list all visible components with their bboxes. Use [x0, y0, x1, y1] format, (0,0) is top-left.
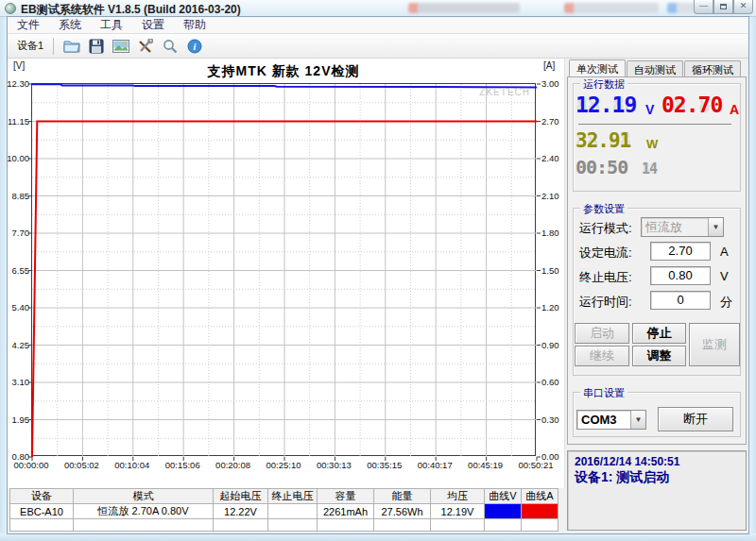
com-port-select[interactable]: COM3 ▼ — [576, 410, 646, 430]
axis-tick-label: 12.30 — [2, 78, 29, 89]
test-mode-tabs: 单次测试 自动测试 循环测试 — [569, 60, 742, 76]
current-unit: A — [730, 102, 739, 117]
chevron-down-icon: ▼ — [708, 218, 723, 236]
app-window: EB测试系统软件 V1.8.5 (Build 2016-03-20) — ✕ 文… — [0, 0, 756, 541]
cell-end-v — [268, 504, 318, 519]
col-curve-a: 曲线A — [522, 489, 558, 504]
cell-curve-v-swatch — [485, 504, 522, 519]
axis-tick-label: 1.95 — [2, 414, 29, 425]
power-display: 88.8832.91 — [576, 129, 630, 152]
axis-tick-label: 00:45:19 — [458, 460, 513, 470]
log-message: 设备1: 测试启动 — [575, 469, 739, 486]
left-axis-unit-label: [V] — [13, 60, 25, 71]
current-display: 88.8802.70 — [662, 93, 722, 117]
run-time-label: 运行时间: — [579, 294, 632, 311]
export-image-icon[interactable] — [111, 37, 131, 56]
voltage-unit: V — [645, 102, 654, 117]
run-data-divider — [578, 124, 731, 125]
serial-group-label: 串口设置 — [580, 386, 627, 400]
axis-tick-label: 00:25:10 — [256, 460, 311, 470]
run-time-unit: 分 — [720, 294, 732, 311]
elapsed-seconds-display: 8814 — [642, 161, 657, 178]
tab-auto-test[interactable]: 自动测试 — [627, 60, 683, 76]
axis-tick-label: 00:30:13 — [306, 460, 361, 470]
col-curve-v: 曲线V — [485, 489, 522, 504]
disconnect-button[interactable]: 断开 — [658, 407, 733, 431]
results-table: 设备 模式 起始电压 终止电压 容量 能量 均压 曲线V 曲线A EBC-A10… — [9, 488, 558, 532]
stop-button[interactable]: 停止 — [632, 323, 686, 344]
axis-tick-label: 5.40 — [2, 302, 29, 313]
tab-single-test[interactable]: 单次测试 — [569, 59, 626, 76]
svg-text:i: i — [194, 42, 197, 52]
zoom-icon[interactable] — [160, 37, 180, 56]
menu-file[interactable]: 文件 — [8, 16, 49, 34]
cell-mode: 恒流放 2.70A 0.80V — [74, 504, 214, 519]
cell-curve-a-swatch — [522, 504, 558, 519]
start-button[interactable]: 启动 — [575, 323, 629, 344]
axis-tick-label: 8.85 — [2, 191, 29, 201]
minimize-button[interactable]: — — [694, 0, 713, 14]
table-row[interactable]: EBC-A10 恒流放 2.70A 0.80V 12.22V 2261mAh 2… — [10, 504, 558, 519]
axis-tick-label: 7.70 — [2, 228, 29, 238]
toolbar-separator — [53, 38, 54, 55]
col-end-v: 终止电压 — [268, 489, 318, 504]
axis-tick-label: 11.15 — [2, 116, 29, 127]
background-window-tab — [408, 3, 520, 13]
axis-tick-label: 10.00 — [2, 153, 29, 163]
cell-energy: 27.56Wh — [374, 504, 431, 519]
right-axis-unit-label: [A] — [543, 60, 555, 71]
menu-system[interactable]: 系统 — [49, 16, 91, 34]
set-current-input[interactable]: 2.70 — [650, 242, 711, 261]
window-border-right — [748, 17, 756, 533]
watermark: ZKETECH — [31, 87, 530, 97]
maximize-icon — [720, 4, 727, 9]
axis-tick-label: 00:20:08 — [206, 460, 261, 470]
chart-canvas — [32, 84, 537, 457]
axis-tick-label: 00:15:06 — [155, 460, 210, 470]
info-icon[interactable]: i — [184, 37, 205, 56]
adjust-button[interactable]: 调整 — [632, 346, 686, 366]
axis-tick-label: 6.55 — [2, 265, 29, 276]
title-bar: EB测试系统软件 V1.8.5 (Build 2016-03-20) — ✕ — [0, 0, 756, 17]
maximize-button[interactable] — [713, 0, 733, 14]
col-mode: 模式 — [74, 489, 214, 504]
save-icon[interactable] — [86, 37, 107, 56]
elapsed-time-display: 88:8800:50 — [576, 156, 627, 178]
col-avg-v: 均压 — [431, 489, 485, 504]
table-empty-row — [10, 519, 558, 532]
mode-label: 运行模式: — [579, 220, 632, 237]
cell-capacity: 2261mAh — [318, 504, 374, 519]
cutoff-voltage-input[interactable]: 0.80 — [650, 266, 711, 285]
axis-tick-label: 4.25 — [2, 340, 29, 350]
cutoff-voltage-unit: V — [720, 269, 729, 283]
log-box: 2016/12/14 14:50:51 设备1: 测试启动 — [567, 450, 747, 531]
menu-help[interactable]: 帮助 — [174, 16, 215, 34]
set-current-label: 设定电流: — [579, 245, 632, 262]
set-current-unit: A — [720, 245, 729, 259]
col-device: 设备 — [10, 489, 74, 504]
chart-title: 支持MTK 新款 12V检测 — [31, 63, 536, 80]
cell-start-v: 12.22V — [214, 504, 268, 519]
open-folder-icon[interactable] — [61, 37, 82, 56]
continue-button[interactable]: 继续 — [575, 346, 629, 366]
axis-tick-label: 3.10 — [2, 377, 29, 387]
close-button[interactable]: ✕ — [733, 0, 753, 14]
run-time-input[interactable]: 0 — [650, 291, 711, 310]
col-start-v: 起始电压 — [214, 489, 268, 504]
plot-area — [31, 83, 536, 456]
monitor-button[interactable]: 监测 — [689, 323, 740, 366]
tab-cycle-test[interactable]: 循环测试 — [684, 60, 741, 76]
mode-select[interactable]: 恒流放 ▼ — [641, 217, 724, 237]
axis-tick-label: 00:00:00 — [4, 460, 59, 470]
table-header-row: 设备 模式 起始电压 终止电压 容量 能量 均压 曲线V 曲线A — [10, 489, 558, 504]
axis-tick-label: 00:35:15 — [357, 460, 412, 470]
tools-icon[interactable] — [135, 37, 156, 56]
device-tab[interactable]: 设备1 — [8, 35, 51, 57]
menu-settings[interactable]: 设置 — [132, 16, 174, 34]
app-icon — [5, 3, 16, 14]
menu-tools[interactable]: 工具 — [91, 16, 132, 34]
cell-device: EBC-A10 — [10, 504, 74, 519]
voltage-display: 88.8812.19 — [576, 93, 636, 117]
param-group-label: 参数设置 — [580, 202, 627, 216]
axis-tick-label: 00:10:04 — [105, 460, 160, 470]
